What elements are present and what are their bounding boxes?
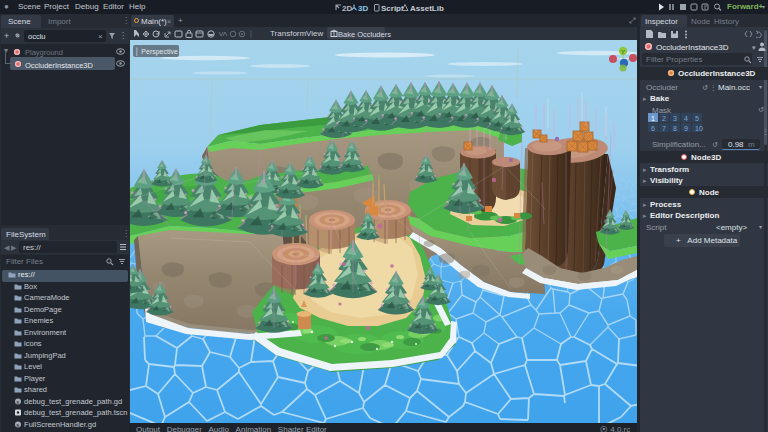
svg-text:Y: Y: [621, 49, 625, 55]
svg-text:Script: Script: [381, 4, 404, 12]
svg-text:2D: 2D: [342, 4, 352, 12]
svg-text:3D: 3D: [358, 4, 368, 12]
svg-text:s: s: [16, 421, 19, 427]
svg-text:s: s: [16, 398, 19, 404]
svg-text:AssetLib: AssetLib: [410, 4, 444, 12]
